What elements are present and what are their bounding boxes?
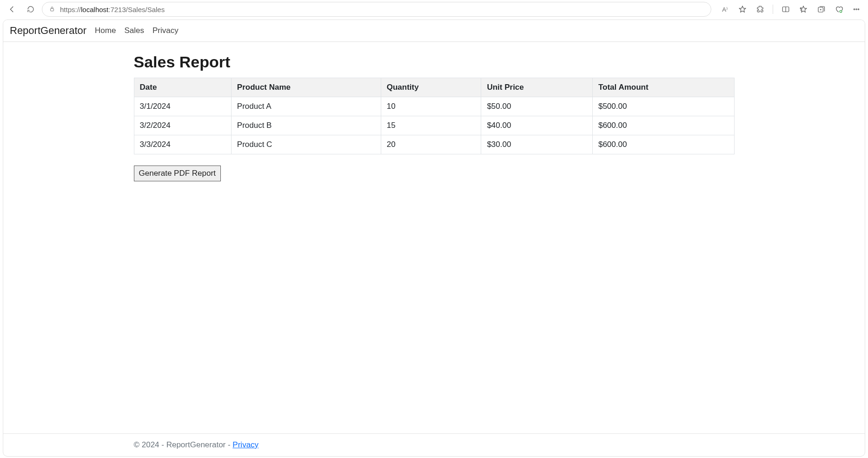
th-quantity: Quantity	[381, 78, 481, 97]
toolbar-divider	[773, 5, 773, 14]
table-row: 3/1/2024 Product A 10 $50.00 $500.00	[134, 97, 734, 116]
navbar-nav: Home Sales Privacy	[95, 26, 179, 35]
collections-icon[interactable]	[814, 2, 828, 16]
cell-date: 3/2/2024	[134, 116, 231, 135]
url-text: https://localhost:7213/Sales/Sales	[60, 6, 704, 13]
nav-link-privacy[interactable]: Privacy	[152, 26, 179, 35]
cell-unit-price: $40.00	[481, 116, 593, 135]
refresh-button[interactable]	[23, 2, 38, 17]
cell-product-name: Product A	[231, 97, 381, 116]
cell-date: 3/1/2024	[134, 97, 231, 116]
table-row: 3/3/2024 Product C 20 $30.00 $600.00	[134, 135, 734, 154]
address-bar[interactable]: https://localhost:7213/Sales/Sales	[42, 2, 711, 17]
table-header-row: Date Product Name Quantity Unit Price To…	[134, 78, 734, 97]
read-aloud-icon[interactable]: A⁾	[718, 2, 732, 16]
sales-table: Date Product Name Quantity Unit Price To…	[134, 78, 735, 154]
footer-privacy-link[interactable]: Privacy	[232, 440, 258, 449]
nav-link-sales[interactable]: Sales	[124, 26, 144, 35]
svg-point-3	[840, 10, 842, 13]
footer: © 2024 - ReportGenerator - Privacy	[3, 433, 865, 456]
svg-point-5	[856, 9, 857, 10]
generate-pdf-button[interactable]: Generate PDF Report	[134, 166, 221, 181]
back-button[interactable]	[5, 2, 20, 17]
extensions-icon[interactable]	[753, 2, 767, 16]
navbar-brand[interactable]: ReportGenerator	[10, 25, 86, 37]
svg-point-4	[854, 9, 855, 10]
url-host: localhost	[81, 6, 108, 13]
main-content: Sales Report Date Product Name Quantity …	[127, 42, 741, 433]
browser-toolbar: https://localhost:7213/Sales/Sales A⁾	[0, 0, 868, 19]
cell-product-name: Product B	[231, 116, 381, 135]
url-port: :7213	[108, 6, 126, 13]
cell-quantity: 10	[381, 97, 481, 116]
th-total-amount: Total Amount	[592, 78, 734, 97]
cell-quantity: 20	[381, 135, 481, 154]
cell-unit-price: $30.00	[481, 135, 593, 154]
table-row: 3/2/2024 Product B 15 $40.00 $600.00	[134, 116, 734, 135]
more-icon[interactable]	[849, 2, 863, 16]
browser-actions: A⁾	[715, 2, 863, 16]
browser-essentials-icon[interactable]	[832, 2, 846, 16]
cell-total-amount: $600.00	[592, 116, 734, 135]
page-shell: ReportGenerator Home Sales Privacy Sales…	[3, 20, 865, 457]
cell-quantity: 15	[381, 116, 481, 135]
nav-link-home[interactable]: Home	[95, 26, 116, 35]
th-unit-price: Unit Price	[481, 78, 593, 97]
url-path: /Sales/Sales	[126, 6, 165, 13]
cell-date: 3/3/2024	[134, 135, 231, 154]
url-prefix: https://	[60, 6, 81, 13]
th-date: Date	[134, 78, 231, 97]
footer-text: © 2024 - ReportGenerator -	[134, 440, 233, 449]
page-title: Sales Report	[134, 53, 735, 71]
th-product-name: Product Name	[231, 78, 381, 97]
svg-point-6	[858, 9, 859, 10]
cell-product-name: Product C	[231, 135, 381, 154]
cell-total-amount: $500.00	[592, 97, 734, 116]
lock-icon	[49, 6, 55, 13]
cell-unit-price: $50.00	[481, 97, 593, 116]
svg-rect-0	[51, 8, 54, 11]
split-screen-icon[interactable]	[779, 2, 793, 16]
star-icon[interactable]	[735, 2, 749, 16]
favorites-icon[interactable]	[796, 2, 810, 16]
navbar: ReportGenerator Home Sales Privacy	[3, 20, 865, 42]
cell-total-amount: $600.00	[592, 135, 734, 154]
